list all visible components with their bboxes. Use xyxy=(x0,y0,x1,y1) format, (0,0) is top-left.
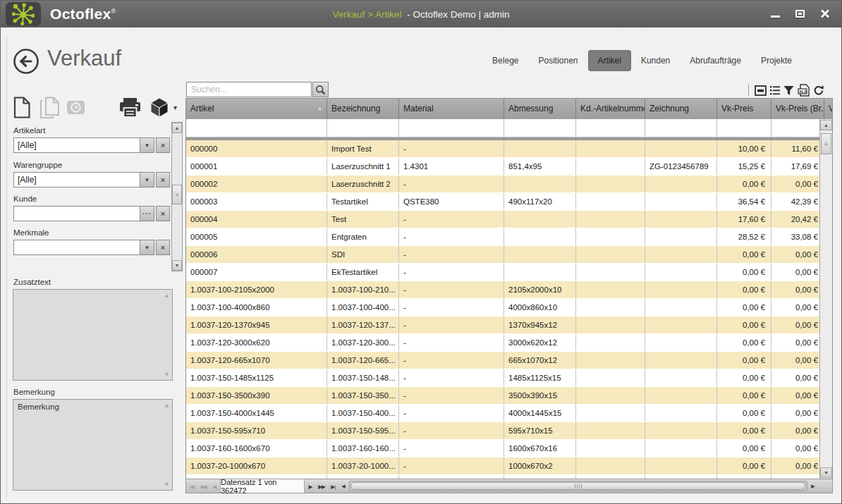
table-row[interactable]: 000000Import Test-10,00 €11,60 € xyxy=(186,140,832,158)
layout-icon[interactable] xyxy=(755,85,767,96)
scroll-down-icon[interactable]: ▼ xyxy=(820,467,832,478)
table-row[interactable]: 1.0037-20-1000x6701.0037-20-1000...-1000… xyxy=(186,457,832,475)
tab-artikel[interactable]: Artikel xyxy=(588,50,631,71)
merkmale-input[interactable] xyxy=(13,240,140,255)
table-row[interactable]: 000005Entgraten-28,52 €33,08 € xyxy=(186,228,832,246)
filter-cell[interactable] xyxy=(645,119,717,137)
table-row[interactable]: 000006SDI-0,00 €0,00 € xyxy=(186,246,832,264)
minimize-icon[interactable] xyxy=(771,9,781,19)
table-row[interactable]: 1.0037-150-4000x14451.0037-150-400...-40… xyxy=(186,405,832,422)
prev-record-icon[interactable]: ◀ xyxy=(209,483,220,490)
artikelart-input[interactable] xyxy=(13,137,140,153)
filter-icon[interactable] xyxy=(783,85,794,96)
scroll-up-icon[interactable]: ▲ xyxy=(164,292,170,299)
merkmale-dropdown-icon[interactable]: ▼ xyxy=(140,240,154,255)
package-icon[interactable] xyxy=(149,97,170,118)
filter-cell[interactable] xyxy=(327,119,399,137)
tab-projekte[interactable]: Projekte xyxy=(751,50,802,71)
column-header-vk-preis-br-[interactable]: Vk-Preis (Br... xyxy=(771,99,824,119)
scroll-up-icon[interactable]: ▲ xyxy=(172,123,182,133)
column-header-kd-artikelnummer[interactable]: Kd.-Artikelnummer xyxy=(576,99,645,119)
scrollbar-thumb[interactable]: ≡ xyxy=(821,133,831,154)
scroll-down-icon[interactable]: ▼ xyxy=(164,371,170,378)
history-icon[interactable] xyxy=(66,98,85,116)
kunde-browse-icon[interactable]: ··· xyxy=(140,206,154,221)
tab-kunden[interactable]: Kunden xyxy=(631,50,680,71)
cell-vk-preis-br-: 11,60 € xyxy=(771,140,824,157)
table-row[interactable]: 1.0037-150-3500x3901.0037-150-350...-350… xyxy=(186,387,832,405)
copy-article-icon[interactable] xyxy=(39,97,61,118)
close-icon[interactable] xyxy=(820,9,830,19)
column-header-vk[interactable]: VK xyxy=(824,99,833,119)
scrollbar-thumb[interactable]: ≡ xyxy=(172,185,182,204)
table-row[interactable]: 1.0037-120-665x10701.0037-120-665...-665… xyxy=(186,352,832,369)
scroll-up-icon[interactable]: ▲ xyxy=(820,120,832,130)
scroll-left-icon[interactable]: ◀ xyxy=(338,484,348,489)
cell-abmessung xyxy=(504,211,576,228)
kunde-input[interactable] xyxy=(13,206,140,221)
table-row[interactable]: 1.0037-120-3000x6201.0037-120-300...-300… xyxy=(186,334,832,352)
column-header-bezeichnung[interactable]: Bezeichnung xyxy=(327,99,399,119)
last-record-icon[interactable]: ▶| xyxy=(327,483,338,490)
warengruppe-dropdown-icon[interactable]: ▼ xyxy=(140,172,154,188)
scroll-up-icon[interactable]: ▲ xyxy=(164,402,170,409)
table-row[interactable]: 000004Test-17,60 €20,42 € xyxy=(186,211,832,228)
prev-page-icon[interactable]: ◀◀ xyxy=(197,483,209,490)
column-header-artikel[interactable]: Artikel▲ xyxy=(186,99,327,119)
tab-belege[interactable]: Belege xyxy=(482,50,528,71)
cell-bezeichnung: Laserzuschnitt 2 xyxy=(327,176,399,192)
column-header-abmessung[interactable]: Abmessung xyxy=(504,99,576,119)
warengruppe-input[interactable] xyxy=(13,172,140,188)
column-header-zeichnung[interactable]: Zeichnung xyxy=(645,99,717,119)
zusatztext-memo[interactable]: ▲ ▼ xyxy=(13,289,173,381)
xls-export-icon[interactable]: XLS xyxy=(798,84,810,97)
list-icon[interactable] xyxy=(770,85,780,95)
table-vertical-scrollbar[interactable]: ▲ ≡ ▼ xyxy=(819,119,832,479)
scrollbar-thumb[interactable] xyxy=(350,482,805,490)
filter-panel-scrollbar[interactable]: ▲ ≡ ▼ xyxy=(171,122,183,271)
next-page-icon[interactable]: ▶▶ xyxy=(316,483,327,490)
cell-vk-preis: 0,00 € xyxy=(717,176,771,192)
table-row[interactable]: 1.0037-100-4000x8601.0037-100-400...-400… xyxy=(186,299,832,316)
table-row[interactable]: 1.0037-120-1370x9451.0037-120-137...-137… xyxy=(186,316,832,334)
refresh-icon[interactable] xyxy=(813,85,824,96)
column-header-material[interactable]: Material xyxy=(399,99,504,119)
filter-cell[interactable] xyxy=(504,119,576,137)
table-row[interactable]: 000001Laserzuschnitt 11.4301851,4x95ZG-0… xyxy=(186,158,832,176)
filter-cell[interactable] xyxy=(576,119,645,137)
horizontal-scrollbar[interactable] xyxy=(349,481,807,491)
scroll-down-icon[interactable]: ▼ xyxy=(172,260,182,271)
merkmale-clear-icon[interactable]: × xyxy=(156,240,170,255)
filter-cell[interactable] xyxy=(771,119,824,137)
table-row[interactable]: 000007EkTestartikel-0,00 €0,00 € xyxy=(186,264,832,281)
filter-cell[interactable] xyxy=(399,119,504,137)
artikelart-dropdown-icon[interactable]: ▼ xyxy=(140,137,154,153)
scroll-down-icon[interactable]: ▼ xyxy=(164,481,170,488)
filter-cell[interactable] xyxy=(717,119,771,137)
table-row[interactable]: 000002Laserzuschnitt 2-0,00 €0,00 € xyxy=(186,176,832,193)
new-article-icon[interactable] xyxy=(13,97,31,118)
cell-vk-preis-br-: 0,00 € xyxy=(771,405,824,422)
back-button[interactable] xyxy=(12,47,40,75)
table-row[interactable]: 1.0037-150-595x7101.0037-150-595...-595x… xyxy=(186,422,832,440)
search-button[interactable] xyxy=(312,82,329,97)
scroll-right-icon[interactable]: ▶ xyxy=(808,484,818,489)
filter-cell[interactable] xyxy=(186,119,327,137)
table-row[interactable]: 1.0037-150-1485x11251.0037-150-148...-14… xyxy=(186,369,832,387)
tab-positionen[interactable]: Positionen xyxy=(528,50,587,71)
next-record-icon[interactable]: ▶ xyxy=(305,483,316,490)
bemerkung-memo[interactable]: Bemerkung ▲ ▼ xyxy=(13,399,173,491)
first-record-icon[interactable]: |◀ xyxy=(186,483,197,490)
column-header-vk-preis[interactable]: Vk-Preis xyxy=(717,99,771,119)
maximize-icon[interactable] xyxy=(795,9,805,19)
print-icon[interactable] xyxy=(119,97,141,118)
package-dropdown-icon[interactable]: ▾ xyxy=(173,104,177,111)
kunde-clear-icon[interactable]: × xyxy=(156,206,170,221)
table-row[interactable]: 1.0037-160-1600x6701.0037-160-160...-160… xyxy=(186,440,832,457)
search-input[interactable] xyxy=(186,82,312,97)
table-row[interactable]: 1.0037-100-2105x20001.0037-100-210...-21… xyxy=(186,281,832,299)
table-row[interactable]: 000003TestartikelQSTE380490x117x2036,54 … xyxy=(186,193,832,211)
warengruppe-clear-icon[interactable]: × xyxy=(156,172,170,188)
tab-abrufaufträge[interactable]: Abrufaufträge xyxy=(680,50,751,71)
artikelart-clear-icon[interactable]: × xyxy=(156,137,170,153)
